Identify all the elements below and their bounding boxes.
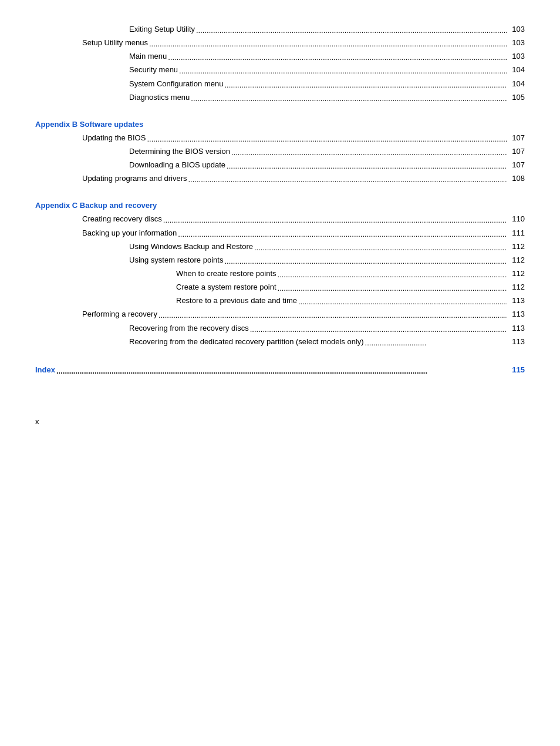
page-number: 104 <box>507 64 525 76</box>
dot-fill: ........................................… <box>276 269 507 281</box>
entry-label: Recovering from the dedicated recovery p… <box>129 336 364 348</box>
page-number: 110 <box>507 213 525 225</box>
entry-label: When to create restore points <box>176 268 276 280</box>
toc-entry-recovering-discs: Recovering from the recovery discs .....… <box>129 322 525 334</box>
dot-fill: ........................................… <box>249 324 507 335</box>
entry-label: Setup Utility menus <box>82 37 148 49</box>
page-number: 107 <box>507 132 525 144</box>
entry-label: Recovering from the recovery discs <box>129 322 249 334</box>
dot-fill: ........................................… <box>148 38 507 50</box>
dot-fill: ........................................… <box>230 147 507 159</box>
page-number: 112 <box>507 281 525 293</box>
index-section: Index ..................................… <box>35 364 525 376</box>
toc-entry-setup-utility-menus: Setup Utility menus ....................… <box>82 37 525 49</box>
page-number: 113 <box>507 336 525 348</box>
toc-entry-determining-bios: Determining the BIOS version ...........… <box>129 146 525 157</box>
page-number: 107 <box>507 146 525 157</box>
page-number: 113 <box>507 322 525 334</box>
toc-entry-exiting-setup: Exiting Setup Utility ..................… <box>129 23 525 35</box>
toc-entry-system-config-menu: System Configuration menu ..............… <box>129 78 525 90</box>
toc-entry-main-menu: Main menu ..............................… <box>129 51 525 62</box>
toc-entry-security-menu: Security menu ..........................… <box>129 64 525 76</box>
page-number: 104 <box>507 78 525 90</box>
entry-label: Using Windows Backup and Restore <box>129 241 253 253</box>
entry-label: Diagnostics menu <box>129 92 190 103</box>
toc-entry-recovering-partition: Recovering from the dedicated recovery p… <box>129 336 525 348</box>
page-number: 103 <box>507 37 525 49</box>
appendix-c-section: Appendix C Backup and recovery Creating … <box>35 201 525 347</box>
dot-fill: ........................................… <box>187 174 507 186</box>
entry-label: Performing a recovery <box>82 308 157 320</box>
page-number: 113 <box>507 295 525 307</box>
toc-entry-create-restore-point: Create a system restore point ..........… <box>176 281 525 293</box>
page-number: 113 <box>507 308 525 320</box>
toc-page: Exiting Setup Utility ..................… <box>35 23 525 426</box>
dot-fill: ............................. <box>364 337 507 349</box>
dot-fill: ........................................… <box>223 256 507 267</box>
dot-fill: ........................................… <box>157 310 507 321</box>
toc-entry-updating-bios: Updating the BIOS ......................… <box>82 132 525 144</box>
page-number: 107 <box>507 159 525 171</box>
entry-label: Backing up your information <box>82 227 177 239</box>
entry-label: Main menu <box>129 51 167 62</box>
appendix-c-heading[interactable]: Appendix C Backup and recovery <box>35 201 525 210</box>
dot-fill: ........................................… <box>167 52 507 63</box>
entry-label: Restore to a previous date and time <box>176 295 297 307</box>
dot-fill: ........................................… <box>177 228 507 240</box>
entry-label: Exiting Setup Utility <box>129 23 195 35</box>
dot-fill: ........................................… <box>253 242 507 254</box>
page-number: 108 <box>507 173 525 184</box>
toc-entry-restore-previous: Restore to a previous date and time ....… <box>176 295 525 307</box>
toc-entry-downloading-bios: Downloading a BIOS update ..............… <box>129 159 525 171</box>
toc-entry-performing-recovery: Performing a recovery ..................… <box>82 308 525 320</box>
entry-label: Using system restore points <box>129 254 223 266</box>
toc-entry-using-windows-backup: Using Windows Backup and Restore .......… <box>129 241 525 253</box>
entry-label: Create a system restore point <box>176 281 276 293</box>
toc-entry-using-restore-points: Using system restore points ............… <box>129 254 525 266</box>
index-entry: Index ..................................… <box>35 364 525 376</box>
dot-fill: ........................................… <box>190 93 507 105</box>
top-entries: Exiting Setup Utility ..................… <box>35 23 525 103</box>
dot-fill: ........................................… <box>146 133 507 145</box>
page-number: 105 <box>507 92 525 103</box>
page-number: 112 <box>507 254 525 266</box>
page-number: 111 <box>507 227 525 239</box>
footer: x <box>35 411 525 426</box>
page-number: 115 <box>507 364 525 376</box>
dot-fill: ........................................… <box>55 365 507 377</box>
toc-entry-creating-recovery: Creating recovery discs ................… <box>82 213 525 225</box>
entry-label: Updating the BIOS <box>82 132 146 144</box>
toc-entry-backing-up: Backing up your information ............… <box>82 227 525 239</box>
entry-label: Downloading a BIOS update <box>129 159 225 171</box>
dot-fill: ........................................… <box>195 25 507 36</box>
entry-label: Determining the BIOS version <box>129 146 230 157</box>
dot-fill: ........................................… <box>225 160 507 172</box>
page-number: 103 <box>507 23 525 35</box>
page-number: 103 <box>507 51 525 62</box>
page-label: x <box>35 417 39 426</box>
toc-entry-when-to-create: When to create restore points ..........… <box>176 268 525 280</box>
toc-entry-diagnostics-menu: Diagnostics menu .......................… <box>129 92 525 103</box>
entry-label: Creating recovery discs <box>82 213 162 225</box>
appendix-b-heading[interactable]: Appendix B Software updates <box>35 120 525 129</box>
appendix-b-section: Appendix B Software updates Updating the… <box>35 120 525 185</box>
page-number: 112 <box>507 268 525 280</box>
entry-label: Updating programs and drivers <box>82 173 187 184</box>
toc-entry-updating-programs: Updating programs and drivers ..........… <box>82 173 525 184</box>
entry-label: Security menu <box>129 64 178 76</box>
dot-fill: ........................................… <box>223 79 507 91</box>
index-label[interactable]: Index <box>35 364 55 376</box>
dot-fill: ........................................… <box>178 65 507 77</box>
dot-fill: ........................................… <box>297 296 507 308</box>
dot-fill: ........................................… <box>276 283 507 294</box>
page-number: 112 <box>507 241 525 253</box>
dot-fill: ........................................… <box>162 214 507 226</box>
entry-label: System Configuration menu <box>129 78 223 90</box>
